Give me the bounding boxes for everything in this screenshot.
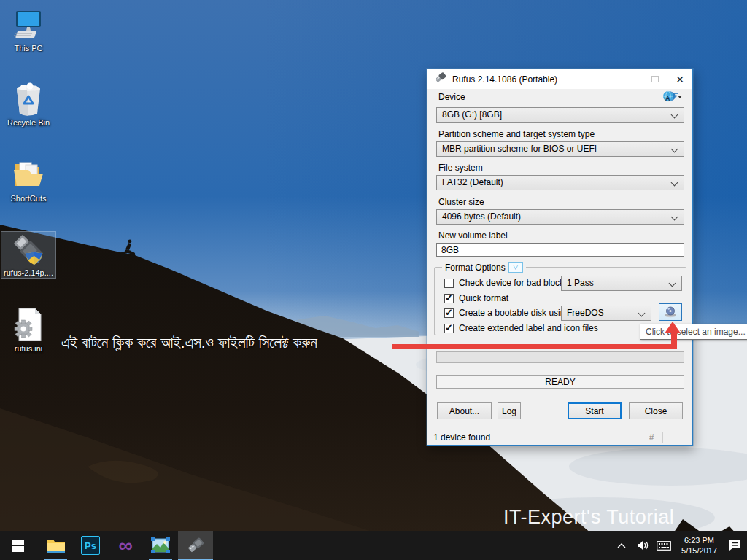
start-menu-button[interactable] (0, 531, 35, 560)
taskbar: Ps ∞ (0, 531, 747, 560)
taskbar-clock[interactable]: 6:23 PM 5/15/2017 (677, 535, 721, 556)
partition-label: Partition scheme and target system type (438, 129, 595, 139)
log-button[interactable]: Log (498, 402, 521, 419)
volume-label: New volume label (438, 230, 508, 241)
collapse-triangle-icon[interactable]: ▽ (508, 262, 523, 273)
extended-label-row[interactable]: Create extended label and icon files (444, 323, 598, 333)
desktop-icon-rufus-exe[interactable]: rufus-2.14p.... (1, 232, 55, 278)
touch-keyboard-icon[interactable] (656, 531, 672, 560)
language-icon[interactable]: A (662, 90, 682, 106)
desktop-icon-label: rufus.ini (15, 344, 43, 354)
progress-bar (436, 351, 684, 363)
taskbar-visual-studio[interactable]: ∞ (108, 531, 143, 560)
tutorial-caption: এই বাটনে ক্লিক করে আই.এস.ও ফাইলটি সিলেক্… (61, 334, 317, 351)
system-tray: 6:23 PM 5/15/2017 (614, 531, 747, 560)
tray-chevron-up-icon[interactable] (614, 531, 630, 560)
cluster-select[interactable]: 4096 bytes (Default) (436, 209, 684, 225)
volume-icon[interactable] (635, 531, 651, 560)
quick-format-checkbox[interactable] (444, 294, 454, 303)
photoshop-icon: Ps (81, 536, 100, 555)
passes-select[interactable]: 1 Pass (561, 276, 682, 291)
annotation-arrow-line (392, 344, 677, 349)
titlebar[interactable]: Rufus 2.14.1086 (Portable) ✕ (427, 69, 692, 89)
desktop-icon-label: ShortCuts (11, 194, 47, 203)
watermark-text: IT-Expert's Tutorial (503, 506, 674, 529)
desktop-icon-shortcuts[interactable]: ShortCuts (1, 158, 55, 203)
rufus-app-icon (434, 72, 446, 86)
rufus-taskbar-icon (186, 536, 205, 555)
bootable-checkbox[interactable] (444, 308, 454, 318)
desktop-icon-label: rufus-2.14p.... (4, 268, 53, 278)
taskbar-photo-viewer[interactable] (143, 531, 178, 560)
status-ready-bar: READY (436, 375, 684, 389)
this-pc-icon (11, 7, 46, 42)
select-image-button[interactable] (659, 303, 682, 321)
status-hash: # (640, 432, 662, 443)
quick-format-row[interactable]: Quick format (444, 293, 508, 303)
recycle-bin-icon (11, 82, 46, 117)
optical-disk-icon (663, 306, 678, 318)
desktop-icon-rufus-ini[interactable]: rufus.ini (1, 308, 55, 354)
uac-shield-icon (26, 252, 42, 265)
device-select[interactable]: 8GB (G:) [8GB] (436, 107, 684, 122)
visual-studio-icon: ∞ (118, 536, 132, 555)
partition-select[interactable]: MBR partition scheme for BIOS or UEFI (436, 141, 684, 157)
statusbar: 1 device found # (427, 429, 692, 445)
start-button[interactable]: Start (568, 402, 622, 419)
close-button[interactable]: Close (629, 402, 683, 419)
maximize-button[interactable] (643, 69, 667, 89)
taskbar-photoshop[interactable]: Ps (73, 531, 108, 560)
desktop-icon-label: This PC (14, 44, 42, 53)
desktop-icon-this-pc[interactable]: This PC (1, 7, 55, 53)
bootable-type-select[interactable]: FreeDOS (561, 306, 651, 321)
cluster-label: Cluster size (438, 197, 484, 207)
clock-date: 5/15/2017 (681, 545, 717, 556)
action-center-icon[interactable] (727, 531, 743, 560)
bootable-row[interactable]: Create a bootable disk using (444, 308, 570, 318)
extended-label-checkbox[interactable] (444, 324, 454, 333)
bad-blocks-row[interactable]: Check device for bad blocks (444, 278, 568, 288)
about-button[interactable]: About... (437, 402, 492, 419)
filesystem-select[interactable]: FAT32 (Default) (436, 175, 684, 190)
filesystem-label: File system (438, 163, 483, 173)
window-title: Rufus 2.14.1086 (Portable) (452, 74, 557, 85)
svg-text:A: A (665, 95, 670, 102)
folder-icon (11, 158, 46, 192)
file-explorer-icon (46, 537, 66, 554)
desktop-icon-label: Recycle Bin (7, 118, 50, 128)
minimize-button[interactable] (618, 69, 643, 89)
volume-label-input[interactable] (436, 243, 684, 257)
desktop-icon-recycle-bin[interactable]: Recycle Bin (1, 82, 55, 128)
usb-drive-icon (11, 232, 46, 267)
taskbar-file-explorer[interactable] (38, 531, 73, 560)
close-window-button[interactable]: ✕ (667, 69, 692, 89)
tooltip: Click to select an image... (640, 324, 747, 340)
bad-blocks-checkbox[interactable] (444, 279, 454, 288)
windows-logo-icon (12, 540, 24, 552)
status-message: 1 device found (427, 432, 640, 443)
taskbar-rufus[interactable] (178, 531, 213, 560)
rufus-window: Rufus 2.14.1086 (Portable) ✕ Device A 8G… (427, 69, 693, 446)
desktop-screen: This PC Recycle Bin ShortCuts (0, 0, 747, 560)
settings-file-icon (11, 308, 46, 343)
annotation-arrow-head (665, 322, 681, 333)
device-label: Device (438, 92, 465, 102)
format-options-legend[interactable]: Format Options ▽ (442, 262, 526, 273)
clock-time: 6:23 PM (684, 535, 714, 545)
photo-viewer-icon (150, 537, 171, 554)
